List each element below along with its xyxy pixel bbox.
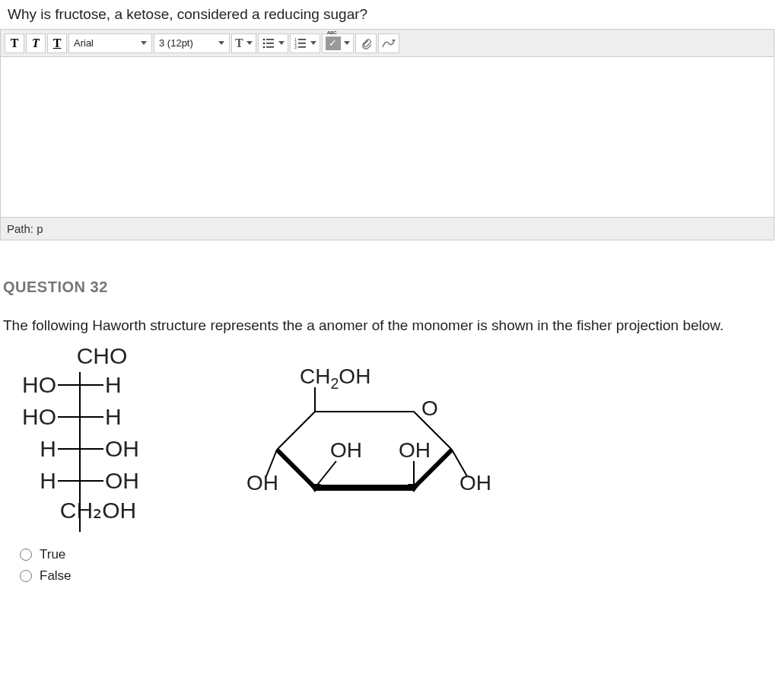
chevron-down-icon <box>278 41 285 45</box>
rich-text-editor: T T T Arial 3 (12pt) T 123 ✓ <box>0 29 774 240</box>
fischer-right: H <box>105 404 166 430</box>
numbered-list-icon: 123 <box>294 37 307 50</box>
svg-line-18 <box>315 461 336 488</box>
mashup-button[interactable] <box>378 33 399 53</box>
svg-point-4 <box>262 46 265 48</box>
bullet-list-dropdown[interactable] <box>258 33 288 53</box>
question-prompt: Why is fructose, a ketose, considered a … <box>0 0 779 29</box>
italic-button[interactable]: T <box>26 33 46 53</box>
fischer-projection: CHO HO H HO H H OH H OH CH₂OH <box>11 343 178 523</box>
haworth-oh-4: OH <box>246 471 278 495</box>
text-color-dropdown[interactable]: T <box>231 33 256 53</box>
radio-true[interactable] <box>20 549 32 561</box>
fischer-bottom-group: CH₂OH <box>18 497 178 523</box>
bullet-list-icon <box>262 37 275 50</box>
paperclip-icon <box>359 37 373 50</box>
option-true-label: True <box>40 547 65 562</box>
answer-options: True False <box>3 547 776 584</box>
spellcheck-icon: ✓ <box>326 37 341 50</box>
font-family-select[interactable]: Arial <box>68 33 152 53</box>
svg-rect-3 <box>266 43 274 44</box>
text-color-icon: T <box>235 37 243 50</box>
chevron-down-icon <box>141 41 147 45</box>
svg-point-12 <box>392 39 394 41</box>
fischer-bond <box>58 448 103 450</box>
svg-rect-7 <box>298 39 306 40</box>
fischer-backbone <box>79 372 81 532</box>
editor-textarea[interactable] <box>1 57 774 217</box>
haworth-ch2oh: CH2OH <box>300 364 370 393</box>
fischer-left: HO <box>11 372 56 398</box>
fischer-left: H <box>11 436 56 462</box>
option-false[interactable]: False <box>20 568 776 584</box>
option-true[interactable]: True <box>20 547 776 562</box>
svg-point-2 <box>262 42 265 44</box>
radio-false[interactable] <box>20 570 32 582</box>
svg-text:3: 3 <box>294 45 297 49</box>
svg-point-0 <box>262 38 265 40</box>
fischer-bond <box>58 416 103 418</box>
fischer-right: OH <box>105 436 166 462</box>
chevron-down-icon <box>218 41 224 45</box>
fischer-row-1: HO H <box>11 369 178 401</box>
question-heading: QUESTION 32 <box>3 278 776 296</box>
fischer-row-4: H OH <box>11 465 178 497</box>
svg-rect-11 <box>298 46 306 48</box>
fischer-left: H <box>11 468 56 494</box>
fischer-left: HO <box>11 404 56 430</box>
option-false-label: False <box>40 568 72 584</box>
attachment-button[interactable] <box>355 33 377 53</box>
haworth-oh-1: OH <box>459 471 491 495</box>
numbered-list-dropdown[interactable]: 123 <box>290 33 320 53</box>
font-family-value: Arial <box>74 37 94 49</box>
fischer-bond <box>58 384 103 386</box>
editor-path-bar: Path: p <box>1 217 774 240</box>
haworth-o: O <box>421 396 438 421</box>
haworth-oh-3: OH <box>330 438 362 463</box>
haworth-structure: CH2OH O OH OH OH OH <box>262 358 490 533</box>
fischer-top-group: CHO <box>26 343 178 369</box>
spellcheck-dropdown[interactable]: ✓ <box>322 33 354 53</box>
font-size-select[interactable]: 3 (12pt) <box>154 33 230 53</box>
svg-rect-1 <box>266 39 274 40</box>
structures-row: CHO HO H HO H H OH H OH CH₂OH <box>3 343 776 533</box>
bold-button[interactable]: T <box>5 33 24 53</box>
chevron-down-icon <box>246 41 253 45</box>
fischer-row-3: H OH <box>11 433 178 465</box>
svg-rect-9 <box>298 43 306 44</box>
editor-toolbar: T T T Arial 3 (12pt) T 123 ✓ <box>1 30 774 57</box>
mashup-icon <box>382 37 396 50</box>
fischer-right: OH <box>105 468 166 494</box>
question-text: The following Haworth structure represen… <box>3 317 776 334</box>
fischer-right: H <box>105 372 166 398</box>
chevron-down-icon <box>310 41 316 45</box>
fischer-row-2: HO H <box>11 401 178 433</box>
chevron-down-icon <box>344 41 350 45</box>
haworth-oh-2: OH <box>399 438 431 463</box>
underline-button[interactable]: T <box>47 33 67 53</box>
question-32: QUESTION 32 The following Haworth struct… <box>0 278 779 584</box>
fischer-bond <box>58 480 103 482</box>
font-size-value: 3 (12pt) <box>159 37 193 49</box>
svg-rect-5 <box>266 46 274 48</box>
